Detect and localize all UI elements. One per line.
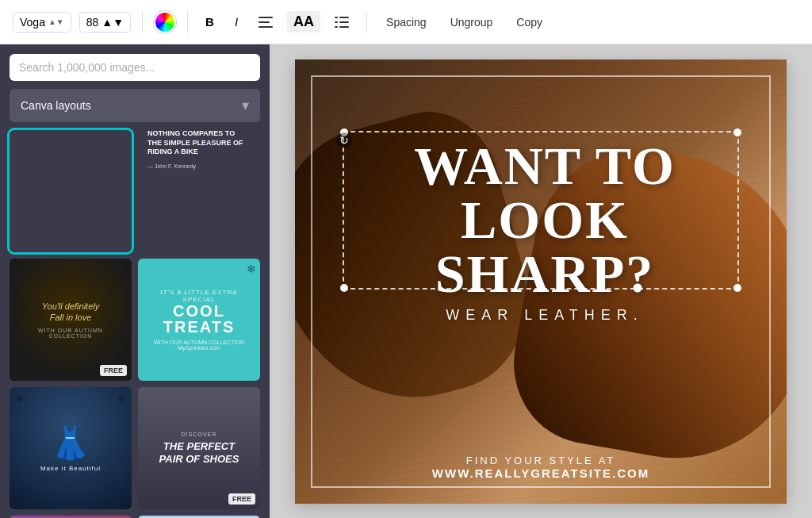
tmpl-4-label: IT'S A LITTLE EXTRA SPECIAL xyxy=(146,289,252,303)
tmpl-3-free-badge: FREE xyxy=(100,365,127,376)
tmpl-6-label: DISCOVER xyxy=(182,432,217,437)
font-size-value: 88 xyxy=(86,16,99,29)
svg-rect-0 xyxy=(259,17,273,18)
tmpl-4-title: COOLTREATS xyxy=(163,303,236,335)
tmpl-5-title: Make it Beautiful xyxy=(40,465,101,472)
divider-3 xyxy=(366,11,367,33)
main-area: Canva layouts ▾ WANT TOLOOK SHARP? WEAR … xyxy=(0,44,812,518)
color-picker[interactable] xyxy=(154,11,176,33)
template-item-4[interactable]: ❄ IT'S A LITTLE EXTRA SPECIAL COOLTREATS… xyxy=(138,259,260,381)
bold-button[interactable]: B xyxy=(199,12,220,32)
canvas-area: WANT TO LOOK SHARP? WEAR LEATHER. ↻ xyxy=(270,44,812,518)
svg-rect-6 xyxy=(339,21,349,23)
left-panel: Canva layouts ▾ WANT TOLOOK SHARP? WEAR … xyxy=(0,44,270,518)
font-name: Voga xyxy=(20,16,45,29)
tmpl-3-main: You'll definitelyFall in love xyxy=(42,301,99,324)
canvas-headline-text: WANT TO LOOK SHARP? xyxy=(350,139,739,301)
tmpl-5-snow-2: ❄ xyxy=(117,393,125,405)
tmpl-5-dress-icon: 👗 xyxy=(51,424,90,462)
svg-rect-5 xyxy=(335,21,338,23)
layout-dropdown[interactable]: Canva layouts ▾ xyxy=(10,89,260,122)
template-item-5[interactable]: 👗 Make it Beautiful ❄ ❄ xyxy=(10,387,132,509)
template-item-2[interactable]: " NOTHING COMPARES TO THE SIMPLE PLEASUR… xyxy=(138,130,260,252)
svg-rect-1 xyxy=(259,21,270,23)
template-grid: WANT TOLOOK SHARP? WEAR LEATHER. " NOTHI… xyxy=(10,130,260,518)
ungroup-button[interactable]: Ungroup xyxy=(442,11,501,33)
svg-rect-3 xyxy=(335,17,338,18)
tmpl-2-text: NOTHING COMPARES TO THE SIMPLE PLEASURE … xyxy=(147,130,251,157)
canvas-subheadline: WEAR LEATHER. xyxy=(350,307,739,324)
canvas-design: WANT TO LOOK SHARP? WEAR LEATHER. ↻ xyxy=(295,59,787,504)
tmpl-3-sub: WITH OUR AUTUMN COLLECTION xyxy=(17,328,124,339)
svg-rect-7 xyxy=(335,26,338,28)
canvas-headline-group[interactable]: WANT TO LOOK SHARP? WEAR LEATHER. xyxy=(350,139,739,324)
font-size-selector[interactable]: 88 ▲▼ xyxy=(79,12,131,33)
aa-button[interactable]: AA xyxy=(287,11,320,33)
bottom-line1: FIND YOUR STYLE AT xyxy=(295,455,787,466)
tmpl-6-title: THE PERFECTPAIR OF SHOES xyxy=(159,440,239,465)
tmpl-2-attribution: — John F. Kennedy xyxy=(147,163,251,169)
search-input[interactable] xyxy=(19,61,251,74)
layout-chevron-icon: ▾ xyxy=(242,97,249,114)
template-item-3[interactable]: You'll definitelyFall in love WITH OUR A… xyxy=(10,259,132,381)
font-chevron-icon: ▲▼ xyxy=(48,17,64,26)
divider-2 xyxy=(187,11,188,33)
list-button[interactable] xyxy=(328,13,355,31)
spacing-button[interactable]: Spacing xyxy=(378,11,435,33)
layout-dropdown-label: Canva layouts xyxy=(21,99,91,112)
template-item-6[interactable]: DISCOVER THE PERFECTPAIR OF SHOES FREE xyxy=(138,387,260,509)
toolbar: Voga ▲▼ 88 ▲▼ B I AA Spacing Ungroup Cop… xyxy=(0,0,812,44)
copy-button[interactable]: Copy xyxy=(508,11,550,33)
template-item-1[interactable]: WANT TOLOOK SHARP? WEAR LEATHER. xyxy=(10,130,132,252)
search-wrapper[interactable] xyxy=(10,54,260,81)
headline-line2: LOOK SHARP? xyxy=(435,190,654,304)
tmpl-6-free-badge: FREE xyxy=(228,493,255,505)
svg-rect-2 xyxy=(259,26,273,28)
bottom-line2: WWW.REALLYGREATSITE.COM xyxy=(295,466,787,480)
svg-rect-8 xyxy=(339,26,349,28)
headline-line1: WANT TO xyxy=(414,136,676,196)
canvas-wrapper[interactable]: WANT TO LOOK SHARP? WEAR LEATHER. ↻ xyxy=(295,59,787,504)
align-button[interactable] xyxy=(252,13,279,31)
tmpl-5-snow-1: ❄ xyxy=(16,393,24,405)
italic-button[interactable]: I xyxy=(228,12,244,32)
font-selector[interactable]: Voga ▲▼ xyxy=(13,12,71,33)
svg-rect-4 xyxy=(339,17,349,18)
divider-1 xyxy=(142,11,143,33)
tmpl-4-sub: WITH OUR AUTUMN COLLECTIONMySprinkles.co… xyxy=(154,340,244,351)
size-chevron-icon: ▲▼ xyxy=(102,16,124,29)
canvas-bottom-text[interactable]: FIND YOUR STYLE AT WWW.REALLYGREATSITE.C… xyxy=(295,455,787,480)
